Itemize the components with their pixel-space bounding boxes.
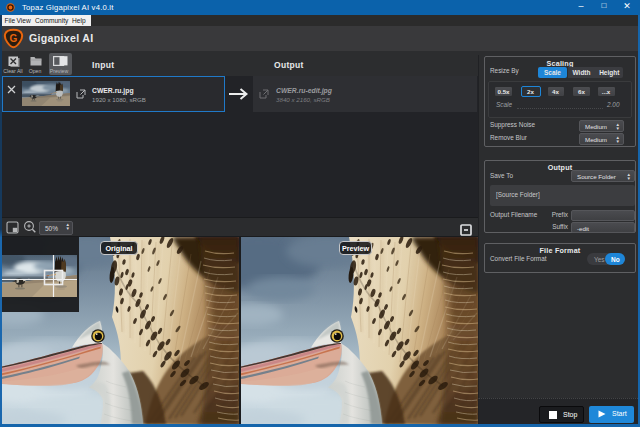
- svg-text:G: G: [10, 33, 18, 44]
